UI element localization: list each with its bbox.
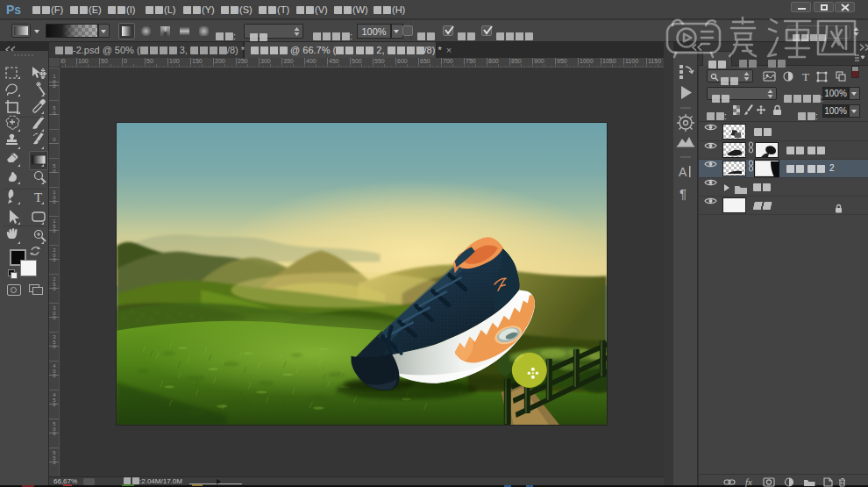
- svg-text:T: T: [802, 71, 809, 82]
- svg-text:fx: fx: [745, 477, 752, 487]
- svg-text:T: T: [34, 190, 42, 204]
- svg-text:A: A: [679, 165, 687, 179]
- svg-text:¶: ¶: [679, 186, 687, 201]
